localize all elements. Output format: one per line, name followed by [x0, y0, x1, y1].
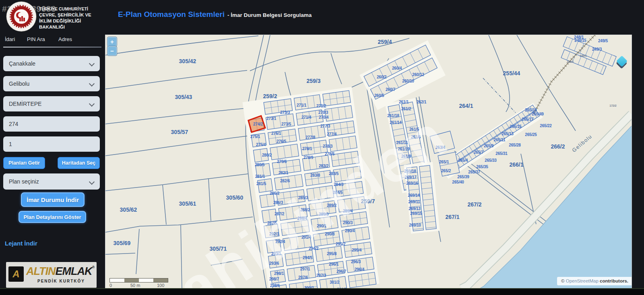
openstreetmap-link[interactable]: OpenStreetMap — [566, 278, 599, 283]
plan-select-value: Plan seçiniz — [9, 178, 39, 185]
ministry-logo-icon — [6, 2, 36, 31]
neighborhood-select-value: DEMİRTEPE — [9, 101, 41, 107]
neighborhood-select[interactable]: DEMİRTEPE — [3, 96, 100, 111]
map-geometry — [105, 35, 632, 289]
chevron-down-icon — [89, 61, 95, 66]
page-title: E-Plan Otomasyon Sistemleri — [118, 10, 225, 19]
map-scalebar: 0 50 m 100 m — [109, 278, 168, 289]
chevron-down-icon — [89, 101, 95, 107]
bottom-strip — [0, 288, 644, 295]
district-select-value: Gelibolu — [9, 80, 29, 87]
tabs-underline — [3, 47, 101, 47]
map-attribution: © OpenStreetMap contributors. — [557, 277, 632, 285]
agency-logo: A ALTINEMLAK® PENDİK KURTKÖY — [6, 262, 97, 288]
ministry-name: TÜRKİYE CUMHURİYETİ ÇEVRE, ŞEHİRCİLİK VE… — [39, 6, 105, 30]
block-number-value: 274 — [9, 121, 18, 127]
legend-download-link[interactable]: Lejant İndir — [5, 240, 37, 247]
fetch-plans-button[interactable]: Planları Getir — [3, 157, 45, 169]
parcel-number-value: 1 — [9, 141, 12, 147]
pick-from-map-button[interactable]: Haritadan Seç — [58, 157, 100, 169]
agency-branch-label: PENDİK KURTKÖY — [27, 279, 95, 283]
district-select[interactable]: Gelibolu — [3, 76, 100, 91]
page-header: E-Plan Otomasyon Sistemleri - İmar Durum… — [118, 10, 312, 19]
map-zoom-in-button[interactable]: + — [107, 37, 117, 46]
agency-logo-icon: A — [8, 266, 24, 282]
map-canvas[interactable]: 305/42305/43305/57305/62305/61305/60305/… — [105, 35, 632, 289]
tab-adres[interactable]: Adres — [58, 36, 72, 42]
parcel-number-input[interactable]: 1 — [3, 136, 100, 152]
tab-idari[interactable]: İdari — [5, 36, 15, 42]
download-zoning-status-button[interactable]: İmar Durumu İndir — [21, 192, 85, 207]
page-subtitle: - İmar Durum Belgesi Sorgulama — [227, 12, 312, 18]
app-window: #1270889686 TÜRKİYE CUMHURİYETİ ÇEVRE, Ş… — [0, 0, 644, 295]
province-select[interactable]: Çanakkale — [3, 56, 100, 71]
map-zoom-out-button[interactable]: − — [107, 46, 117, 56]
sidebar: #1270889686 TÜRKİYE CUMHURİYETİ ÇEVRE, Ş… — [0, 0, 105, 295]
block-number-input[interactable]: 274 — [3, 116, 100, 132]
chevron-down-icon — [89, 179, 95, 185]
show-plan-details-button[interactable]: Plan Detaylarını Göster — [19, 211, 86, 223]
chevron-down-icon — [89, 81, 95, 87]
agency-logo-text: ALTINEMLAK® — [26, 265, 94, 278]
tab-pin-ara[interactable]: PIN Ara — [27, 36, 45, 42]
province-select-value: Çanakkale — [9, 60, 35, 67]
plan-select[interactable]: Plan seçiniz — [3, 173, 100, 190]
